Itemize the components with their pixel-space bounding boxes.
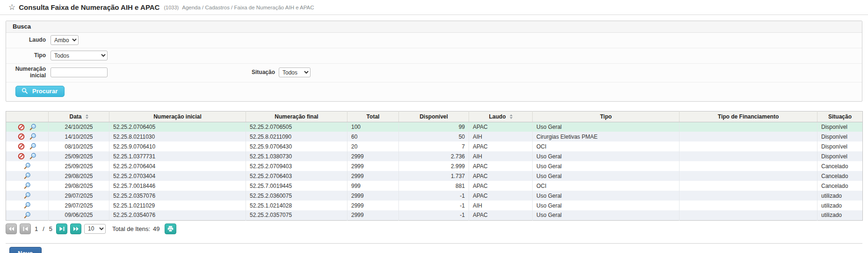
table-row[interactable]: 08/10/2025 52.25.9.0706410 52.25.9.07064… (6, 141, 863, 151)
table-row[interactable]: 25/09/2025 52.25.1.0377731 52.25.1.03807… (6, 151, 863, 161)
column-header-label: Data (69, 113, 81, 120)
cell-situacao: Disponível (817, 141, 863, 151)
table-row[interactable]: 25/09/2025 52.25.2.0706404 52.25.2.07094… (6, 161, 863, 171)
cell-tipo: Uso Geral (533, 171, 680, 181)
table-header-row: DataNumeração inicialNumeração finalTota… (6, 111, 863, 122)
cell-tipo: Uso Geral (533, 122, 680, 132)
table-row[interactable]: 29/08/2025 52.25.2.0703404 52.25.2.07064… (6, 171, 863, 181)
situacao-select[interactable]: Todos (279, 67, 311, 77)
column-header-label: Situação (828, 113, 852, 120)
print-button[interactable] (165, 223, 176, 234)
sort-icon[interactable] (86, 114, 88, 119)
table-body: 24/10/2025 52.25.2.0706405 52.25.2.07065… (6, 122, 863, 220)
cell-disponivel: 1.737 (399, 171, 469, 181)
column-situacao: Situação (817, 111, 863, 122)
column-data[interactable]: Data (49, 111, 109, 122)
cell-numeracao-inicial: 52.25.9.0706410 (109, 141, 246, 151)
table-row[interactable]: 24/10/2025 52.25.2.0706405 52.25.2.07065… (6, 122, 863, 132)
cell-data: 09/06/2025 (49, 210, 109, 220)
column-laudo[interactable]: Laudo (469, 111, 533, 122)
printer-icon (167, 225, 174, 232)
cell-data: 29/07/2025 (49, 201, 109, 210)
pager-first-icon[interactable] (6, 223, 17, 234)
column-header-label: Tipo de Financiamento (718, 113, 779, 120)
page-code: (1033) (164, 5, 179, 10)
cell-total: 2999 (347, 210, 399, 220)
cell-disponivel: -1 (399, 210, 469, 220)
cancel-icon[interactable] (18, 143, 25, 150)
breadcrumb: Agenda / Cadastros / Faixa de Numeração … (182, 5, 314, 10)
cell-numeracao-final: 52.25.2.0709403 (246, 161, 347, 171)
cell-tipo: Uso Geral (533, 210, 680, 220)
cell-numeracao-final: 52.25.9.0706430 (246, 141, 347, 151)
column-header-label: Numeração final (275, 113, 318, 120)
column-tipo-financiamento: Tipo de Financiamento (680, 111, 817, 122)
cell-numeracao-inicial: 52.25.2.0706405 (109, 122, 246, 132)
cell-numeracao-inicial: 52.25.7.0018446 (109, 181, 246, 191)
view-details-icon[interactable] (24, 202, 31, 209)
cell-situacao: Disponível (817, 151, 863, 161)
cell-total: 2999 (347, 191, 399, 201)
table-row[interactable]: 29/08/2025 52.25.7.0018446 52.25.7.00194… (6, 181, 863, 191)
cell-tipo-financiamento (680, 151, 817, 161)
search-button-row: Procurar (6, 82, 862, 101)
view-details-icon[interactable] (29, 124, 36, 131)
cell-tipo-financiamento (680, 210, 817, 220)
cancel-icon[interactable] (18, 124, 25, 131)
cell-numeracao-final: 52.25.1.0380730 (246, 151, 347, 161)
cell-numeracao-final: 52.25.2.0706505 (246, 122, 347, 132)
new-button[interactable]: Novo (9, 247, 42, 253)
column-numeracao-inicial: Numeração inicial (109, 111, 246, 122)
view-details-icon[interactable] (24, 212, 31, 219)
pager-current-page: 1 (35, 225, 38, 232)
view-details-icon[interactable] (29, 143, 36, 150)
view-details-icon[interactable] (24, 163, 31, 170)
cell-situacao: Disponível (817, 122, 863, 132)
column-numeracao-final: Numeração final (246, 111, 347, 122)
tipo-row: Tipo Todos (6, 48, 862, 64)
view-details-icon[interactable] (29, 133, 36, 140)
cell-situacao: Cancelado (817, 171, 863, 181)
cell-tipo: Uso Geral (533, 201, 680, 210)
cancel-icon[interactable] (18, 153, 25, 160)
numeracao-row: Numeração inicial Situação Todos (6, 64, 862, 82)
cell-numeracao-inicial: 52.25.2.0357076 (109, 191, 246, 201)
pagination-bar: 1 / 5 10 Total de Itens: 49 (6, 223, 862, 234)
laudo-row: Laudo Ambos (6, 33, 862, 48)
search-button[interactable]: Procurar (15, 86, 65, 97)
column-header-label: Numeração inicial (153, 113, 202, 120)
cell-laudo: APAC (469, 210, 533, 220)
column-disponivel: Disponível (399, 111, 469, 122)
view-details-icon[interactable] (29, 153, 36, 160)
cell-total: 60 (347, 132, 399, 141)
cell-total: 2999 (347, 201, 399, 210)
cancel-icon[interactable] (18, 133, 25, 140)
table-row[interactable]: 14/10/2025 52.25.8.0211030 52.25.8.02110… (6, 132, 863, 141)
table-row[interactable]: 29/07/2025 52.25.2.0357076 52.25.2.03600… (6, 191, 863, 201)
favorite-star-icon[interactable]: ☆ (8, 3, 15, 11)
cell-tipo-financiamento (680, 122, 817, 132)
page-size-select[interactable]: 10 (84, 224, 106, 234)
view-details-icon[interactable] (24, 172, 31, 179)
search-panel: Busca Laudo Ambos Tipo Todos Numeração i… (6, 21, 862, 102)
view-details-icon[interactable] (24, 192, 31, 199)
total-items-value: 49 (153, 225, 159, 232)
total-items-label: Total de Itens: (112, 225, 150, 232)
pager-next-icon[interactable] (56, 223, 67, 234)
cell-laudo: APAC (469, 181, 533, 191)
table-row[interactable]: 29/07/2025 52.25.1.0211029 52.25.1.02140… (6, 201, 863, 210)
cell-disponivel: 2.999 (399, 161, 469, 171)
table-row[interactable]: 09/06/2025 52.25.2.0354076 52.25.2.03570… (6, 210, 863, 220)
pager-prev-icon[interactable] (20, 223, 31, 234)
sort-icon[interactable] (510, 114, 513, 119)
tipo-select[interactable]: Todos (51, 51, 108, 60)
page-header: ☆ Consulta Faixa de Numeração AIH e APAC… (0, 0, 868, 15)
laudo-select[interactable]: Ambos (51, 35, 79, 45)
column-header-label: Tipo (600, 113, 612, 120)
numeracao-inicial-input[interactable] (51, 67, 108, 77)
pager-total-pages: 5 (49, 225, 52, 232)
view-details-icon[interactable] (24, 182, 31, 189)
column-header-label: Laudo (489, 113, 506, 120)
pager-last-icon[interactable] (70, 223, 81, 234)
cell-data: 14/10/2025 (49, 132, 109, 141)
